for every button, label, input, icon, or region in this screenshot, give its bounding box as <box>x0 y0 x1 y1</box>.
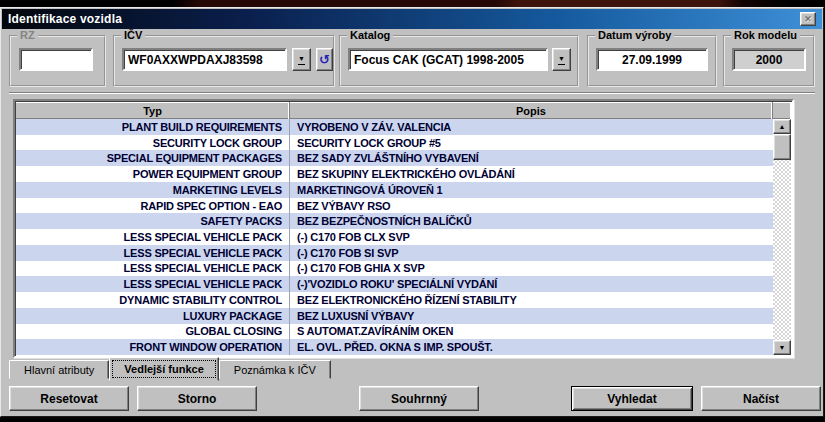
cell-popis: BEZ ELEKTRONICKÉHO ŘÍZENÍ STABILITY <box>290 292 773 308</box>
rok-modelu-groupbox: Rok modelu 2000 <box>723 35 815 87</box>
table-row[interactable]: POWER EQUIPMENT GROUPBEZ SKUPINY ELEKTRI… <box>16 166 773 182</box>
table-row[interactable]: LESS SPECIAL VEHICLE PACK(-) C170 FOB GH… <box>16 261 773 277</box>
cell-popis: (-) C170 FOB GHIA X SVP <box>290 261 773 277</box>
cell-typ: LESS SPECIAL VEHICLE PACK <box>16 229 290 245</box>
tab-bar: Hlavní atributy Vedlejší funkce Poznámka… <box>9 357 331 381</box>
table-row[interactable]: FRONT WINDOW OPERATIONEL. OVL. PŘED. OKN… <box>16 339 773 355</box>
column-header-stub <box>773 102 791 119</box>
scroll-down-icon[interactable]: ▼ <box>773 340 791 355</box>
cell-popis: (-)'VOZIDLO ROKU' SPECIÁLNÍ VYDÁNÍ <box>290 276 773 292</box>
table-body: PLANT BUILD REQUIREMENTSVYROBENO V ZÁV. … <box>16 119 773 355</box>
cell-typ: LESS SPECIAL VEHICLE PACK <box>16 276 290 292</box>
cell-popis: (-) C170 FOB SI SVP <box>290 245 773 261</box>
cell-typ: PLANT BUILD REQUIREMENTS <box>16 119 290 135</box>
tab-poznamka-k-icv[interactable]: Poznámka k IČV <box>219 360 331 379</box>
close-icon[interactable]: ✕ <box>800 12 816 26</box>
table-row[interactable]: PLANT BUILD REQUIREMENTSVYROBENO V ZÁV. … <box>16 119 773 135</box>
table-row[interactable]: MARKETING LEVELSMARKETINGOVÁ ÚROVEŇ 1 <box>16 182 773 198</box>
vertical-scrollbar[interactable]: ▲ ▼ <box>773 119 791 355</box>
cell-typ: RAPID SPEC OPTION - EAO <box>16 198 290 214</box>
chevron-down-icon: ▼ <box>298 55 305 65</box>
souhrnny-button[interactable]: Souhrnný <box>359 386 479 411</box>
cell-typ: DYNAMIC STABILITY CONTROL <box>16 292 290 308</box>
table-row[interactable]: DYNAMIC STABILITY CONTROLBEZ ELEKTRONICK… <box>16 292 773 308</box>
cell-popis: MARKETINGOVÁ ÚROVEŇ 1 <box>290 182 773 198</box>
scrollbar-thumb[interactable] <box>773 134 791 160</box>
cell-popis: (-) C170 FOB CLX SVP <box>290 229 773 245</box>
column-header-popis[interactable]: Popis <box>290 102 773 119</box>
rok-modelu-label: Rok modelu <box>731 29 800 41</box>
tab-hlavni-atributy[interactable]: Hlavní atributy <box>9 360 109 379</box>
vehicle-identification-dialog: Identifikace vozidla ✕ RZ IČV ▼ ↺ Katalo… <box>0 7 824 417</box>
cell-typ: LUXURY PACKAGE <box>16 308 290 324</box>
katalog-label: Katalog <box>347 29 393 41</box>
cell-typ: MARKETING LEVELS <box>16 182 290 198</box>
datum-vyroby-label: Datum výroby <box>595 29 674 41</box>
cell-popis: BEZ SKUPINY ELEKTRICKÉHO OVLÁDÁNÍ <box>290 166 773 182</box>
datum-vyroby-input[interactable] <box>596 48 708 71</box>
katalog-input[interactable] <box>348 48 548 71</box>
cell-popis: BEZ SADY ZVLÁŠTNÍHO VYBAVENÍ <box>290 150 773 166</box>
table-row[interactable]: SAFETY PACKSBEZ BEZPEČNOSTNÍCH BALÍČKŮ <box>16 213 773 229</box>
rok-modelu-value: 2000 <box>732 48 806 71</box>
icv-dropdown-button[interactable]: ▼ <box>292 48 311 71</box>
storno-button[interactable]: Storno <box>137 386 257 411</box>
icv-label: IČV <box>121 29 145 41</box>
cell-popis: EL. OVL. PŘED. OKNA S IMP. SPOUŠT. <box>290 339 773 355</box>
table-row[interactable]: LUXURY PACKAGEBEZ LUXUSNÍ VÝBAVY <box>16 308 773 324</box>
table-row[interactable]: LESS SPECIAL VEHICLE PACK(-)'VOZIDLO ROK… <box>16 276 773 292</box>
icv-input[interactable] <box>122 48 287 71</box>
table-row[interactable]: RAPID SPEC OPTION - EAOBEZ VÝBAVY RSO <box>16 198 773 214</box>
scroll-up-icon[interactable]: ▲ <box>773 119 791 134</box>
vyhledat-button[interactable]: Vyhledat <box>571 386 693 411</box>
chevron-down-icon: ▼ <box>558 55 565 65</box>
scrollbar-track[interactable] <box>773 160 791 340</box>
background-strip <box>0 0 825 7</box>
table-row[interactable]: LESS SPECIAL VEHICLE PACK(-) C170 FOB SI… <box>16 245 773 261</box>
cell-typ: SPECIAL EQUIPMENT PACKAGES <box>16 150 290 166</box>
cell-typ: FRONT WINDOW OPERATION <box>16 339 290 355</box>
cell-typ: SAFETY PACKS <box>16 213 290 229</box>
attributes-table: Typ Popis PLANT BUILD REQUIREMENTSVYROBE… <box>13 99 794 358</box>
rz-groupbox: RZ <box>9 35 106 87</box>
cell-typ: LESS SPECIAL VEHICLE PACK <box>16 261 290 277</box>
window-title: Identifikace vozidla <box>2 12 122 26</box>
cell-typ: GLOBAL CLOSING <box>16 324 290 340</box>
nacist-button[interactable]: Načíst <box>701 386 821 411</box>
cell-typ: LESS SPECIAL VEHICLE PACK <box>16 245 290 261</box>
cell-typ: POWER EQUIPMENT GROUP <box>16 166 290 182</box>
column-header-typ[interactable]: Typ <box>16 102 290 119</box>
icv-undo-button[interactable]: ↺ <box>316 48 333 71</box>
cell-popis: S AUTOMAT.ZAVÍRÁNÍM OKEN <box>290 324 773 340</box>
katalog-dropdown-button[interactable]: ▼ <box>552 48 571 71</box>
cell-popis: VYROBENO V ZÁV. VALENCIA <box>290 119 773 135</box>
table-row[interactable]: SPECIAL EQUIPMENT PACKAGESBEZ SADY ZVLÁŠ… <box>16 150 773 166</box>
table-row[interactable]: SECURITY LOCK GROUPSECURITY LOCK GROUP #… <box>16 135 773 151</box>
cell-typ: SECURITY LOCK GROUP <box>16 135 290 151</box>
undo-icon: ↺ <box>319 53 330 66</box>
rz-label: RZ <box>17 29 38 41</box>
katalog-groupbox: Katalog ▼ <box>339 35 579 87</box>
datum-vyroby-groupbox: Datum výroby <box>587 35 717 87</box>
title-bar[interactable]: Identifikace vozidla ✕ <box>2 9 822 29</box>
cell-popis: BEZ VÝBAVY RSO <box>290 198 773 214</box>
cell-popis: SECURITY LOCK GROUP #5 <box>290 135 773 151</box>
horizontal-separator <box>9 92 815 94</box>
table-row[interactable]: GLOBAL CLOSINGS AUTOMAT.ZAVÍRÁNÍM OKEN <box>16 324 773 340</box>
icv-groupbox: IČV ▼ ↺ <box>113 35 335 87</box>
table-row[interactable]: LESS SPECIAL VEHICLE PACK(-) C170 FOB CL… <box>16 229 773 245</box>
table-header: Typ Popis <box>16 102 791 119</box>
rz-input[interactable] <box>19 48 93 71</box>
cell-popis: BEZ BEZPEČNOSTNÍCH BALÍČKŮ <box>290 213 773 229</box>
cell-popis: BEZ LUXUSNÍ VÝBAVY <box>290 308 773 324</box>
tab-vedlejsi-funkce[interactable]: Vedlejší funkce <box>109 357 218 381</box>
resetovat-button[interactable]: Resetovat <box>9 386 129 411</box>
